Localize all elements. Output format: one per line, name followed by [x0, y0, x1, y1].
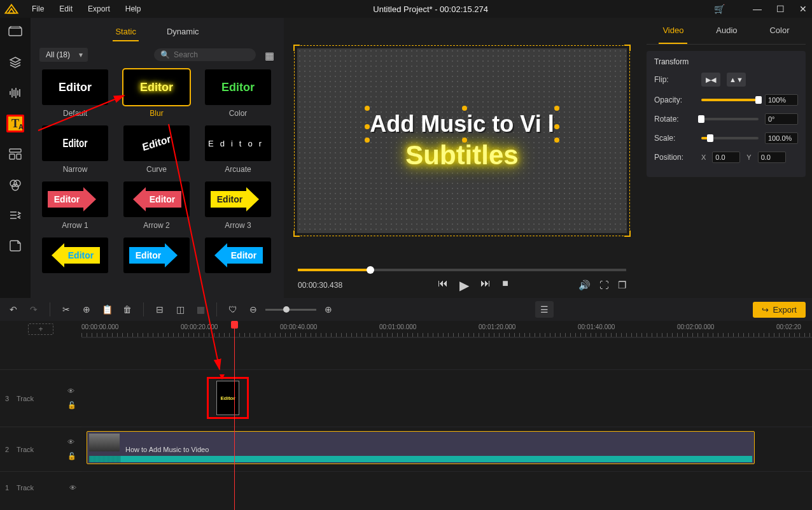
copy-icon[interactable]: ⊕: [80, 302, 94, 316]
scale-value[interactable]: 100.0%: [765, 132, 798, 144]
main-menu: File Edit Export Help: [25, 2, 147, 16]
menu-export[interactable]: Export: [81, 2, 116, 16]
mosaic-icon[interactable]: ▦: [193, 302, 207, 316]
opacity-value[interactable]: 100%: [765, 94, 798, 106]
maximize-icon[interactable]: ☐: [775, 4, 785, 14]
lock-icon[interactable]: 🔓: [67, 401, 76, 409]
tab-dynamic[interactable]: Dynamic: [164, 24, 202, 41]
asset-arrow3[interactable]: EditorArrow 3: [205, 181, 271, 230]
snapshot-icon[interactable]: ⛶: [599, 280, 609, 291]
menu-help[interactable]: Help: [119, 2, 148, 16]
add-track-button[interactable]: +: [28, 323, 53, 335]
x-axis-label: X: [701, 153, 706, 161]
template-icon[interactable]: [6, 145, 24, 163]
canvas-bounds[interactable]: Add Music to Vi l Subtitles: [294, 45, 630, 236]
canvas-title-text[interactable]: Add Music to Vi l: [370, 111, 554, 138]
scale-slider[interactable]: [701, 137, 759, 139]
asset-blur[interactable]: EditorBlur: [123, 69, 190, 118]
close-icon[interactable]: ✕: [798, 4, 808, 14]
rotate-slider[interactable]: [701, 118, 759, 120]
rotate-value[interactable]: 0°: [765, 113, 798, 125]
menu-edit[interactable]: Edit: [53, 2, 79, 16]
fullscreen-icon[interactable]: ❐: [618, 280, 626, 291]
stop-icon[interactable]: ■: [502, 278, 508, 293]
canvas-subtitle-text[interactable]: Subtitles: [405, 140, 518, 171]
filter-icon[interactable]: [6, 176, 24, 194]
video-clip[interactable]: How to Add Music to Video: [87, 431, 755, 464]
asset-color[interactable]: EditorColor: [205, 69, 271, 118]
lane-3[interactable]: ▼ Editor: [81, 369, 812, 427]
asset-arrow6[interactable]: Editor: [205, 237, 271, 277]
track-gutter: + 3 Track 👁🔓 2 Track 👁🔓 1 Track 👁: [0, 321, 81, 510]
undo-icon[interactable]: ↶: [6, 302, 20, 316]
text-icon[interactable]: TA: [6, 115, 24, 132]
paste-icon[interactable]: 📋: [100, 302, 114, 316]
track-label: Track: [17, 446, 34, 453]
minimize-icon[interactable]: ―: [752, 4, 762, 14]
opacity-slider[interactable]: [701, 99, 759, 101]
timeline: ↶ ↷ ✂ ⊕ 📋 🗑 ⊟ ◫ ▦ 🛡 ⊖ ⊕ ☰ ↪Export + 3 Tr…: [0, 298, 812, 510]
position-y[interactable]: 0.0: [758, 152, 786, 163]
asset-narrow[interactable]: EditorNarrow: [42, 125, 108, 174]
next-frame-icon[interactable]: ⏭: [480, 278, 491, 293]
visibility-icon[interactable]: 👁: [67, 438, 76, 446]
crop-icon[interactable]: ◫: [173, 302, 187, 316]
lane-2[interactable]: How to Add Music to Video: [81, 427, 812, 471]
asset-arrow2[interactable]: EditorArrow 2: [123, 181, 190, 230]
zoom-out-icon[interactable]: ⊖: [246, 302, 260, 316]
search-input[interactable]: [174, 50, 249, 59]
asset-arrow1[interactable]: EditorArrow 1: [42, 181, 108, 230]
asset-arrow4[interactable]: Editor: [42, 237, 108, 277]
flip-vertical-button[interactable]: ▲▼: [727, 73, 746, 87]
flip-horizontal-button[interactable]: ▶◀: [701, 73, 720, 87]
asset-arcuate[interactable]: EditorArcuate: [205, 125, 271, 174]
layers-icon[interactable]: [6, 53, 24, 71]
track-2-header[interactable]: 2 Track 👁🔓: [0, 427, 81, 471]
prop-tab-audio[interactable]: Audio: [712, 18, 741, 44]
lock-icon[interactable]: 🔓: [67, 452, 76, 460]
audio-icon[interactable]: [6, 84, 24, 102]
timeline-zoom[interactable]: ⊖ ⊕: [246, 302, 335, 316]
asset-curve[interactable]: EditorCurve: [123, 125, 190, 174]
cart-icon[interactable]: 🛒: [714, 4, 724, 14]
sticker-icon[interactable]: [6, 237, 24, 255]
asset-tabs: Static Dynamic: [31, 18, 284, 44]
asset-search[interactable]: 🔍: [154, 48, 256, 61]
export-settings-icon[interactable]: ☰: [535, 301, 554, 318]
delete-icon[interactable]: 🗑: [120, 302, 134, 316]
svg-point-8: [12, 184, 18, 190]
timeline-lanes[interactable]: 00:00:00.00000:00:20.00000:00:40.00000:0…: [81, 321, 812, 510]
app-logo: [4, 3, 19, 15]
cut-icon[interactable]: ✂: [59, 302, 73, 316]
visibility-icon[interactable]: 👁: [69, 484, 76, 492]
asset-filter-dropdown[interactable]: All (18): [39, 48, 88, 62]
text-clip[interactable]: Editor: [209, 379, 247, 417]
asset-arrow5[interactable]: Editor: [123, 237, 190, 277]
prop-tab-video[interactable]: Video: [659, 18, 687, 44]
track-1-header[interactable]: 1 Track 👁: [0, 471, 81, 503]
view-grid-icon[interactable]: ▦: [265, 50, 275, 60]
transition-icon[interactable]: [6, 206, 24, 224]
visibility-icon[interactable]: 👁: [67, 387, 76, 395]
prev-frame-icon[interactable]: ⏮: [438, 278, 448, 293]
tab-static[interactable]: Static: [113, 24, 139, 41]
zoom-in-icon[interactable]: ⊕: [321, 302, 335, 316]
menu-file[interactable]: File: [25, 2, 50, 16]
preview-canvas[interactable]: Add Music to Vi l Subtitles: [297, 48, 627, 233]
media-icon[interactable]: [6, 23, 24, 41]
volume-icon[interactable]: 🔊: [578, 280, 591, 291]
playhead[interactable]: [234, 321, 235, 510]
time-ruler[interactable]: 00:00:00.00000:00:20.00000:00:40.00000:0…: [81, 321, 812, 337]
lane-1[interactable]: [81, 471, 812, 503]
redo-icon[interactable]: ↷: [27, 302, 41, 316]
export-button[interactable]: ↪Export: [753, 302, 806, 318]
transform-section: Transform Flip: ▶◀ ▲▼ Opacity: 100% Rota…: [647, 51, 806, 177]
asset-default[interactable]: EditorDefault: [42, 69, 108, 118]
preview-scrubber[interactable]: [298, 269, 626, 271]
marker-icon[interactable]: 🛡: [226, 302, 240, 316]
position-x[interactable]: 0.0: [712, 152, 740, 163]
prop-tab-color[interactable]: Color: [766, 18, 793, 44]
track-3-header[interactable]: 3 Track 👁🔓: [0, 369, 81, 427]
play-icon[interactable]: ▶: [459, 278, 469, 293]
split-icon[interactable]: ⊟: [153, 302, 167, 316]
